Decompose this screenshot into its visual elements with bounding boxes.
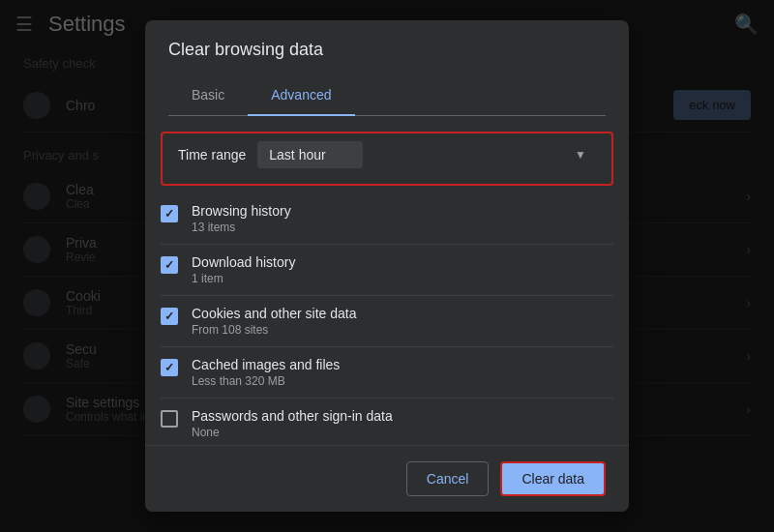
select-arrow-icon: ▼ bbox=[575, 148, 586, 162]
dialog-tabs: Basic Advanced bbox=[168, 75, 606, 116]
download-history-checkbox[interactable]: ✓ bbox=[161, 256, 178, 274]
checkbox-cookies[interactable]: ✓ Cookies and other site data From 108 s… bbox=[161, 296, 613, 347]
time-range-label: Time range bbox=[178, 147, 246, 163]
check-mark-icon-4: ✓ bbox=[164, 362, 174, 373]
checkbox-list: ✓ Browsing history 13 items ✓ Download h… bbox=[145, 193, 629, 445]
checkbox-browsing-history[interactable]: ✓ Browsing history 13 items bbox=[161, 193, 613, 245]
download-history-sub: 1 item bbox=[192, 272, 613, 285]
dialog-footer: Cancel Clear data bbox=[145, 445, 629, 512]
passwords-content: Passwords and other sign-in data None bbox=[192, 408, 613, 439]
cache-checkbox[interactable]: ✓ bbox=[161, 359, 178, 376]
checkbox-cache[interactable]: ✓ Cached images and files Less than 320 … bbox=[161, 347, 613, 399]
passwords-checkbox[interactable] bbox=[161, 410, 178, 428]
cookies-checkbox-title: Cookies and other site data bbox=[192, 306, 613, 321]
cookies-checkbox[interactable]: ✓ bbox=[161, 308, 178, 325]
check-mark-icon-2: ✓ bbox=[164, 259, 174, 271]
dialog-header: Clear browsing data Basic Advanced bbox=[145, 20, 629, 116]
cache-content: Cached images and files Less than 320 MB bbox=[192, 357, 613, 388]
dialog-body: Time range Last hour Last 24 hours Last … bbox=[145, 116, 629, 445]
time-range-select-wrapper: Last hour Last 24 hours Last 7 days Last… bbox=[257, 141, 596, 168]
cookies-checkbox-sub: From 108 sites bbox=[192, 323, 613, 337]
check-mark-icon: ✓ bbox=[164, 208, 174, 220]
clear-browsing-dialog: Clear browsing data Basic Advanced Time … bbox=[145, 20, 629, 512]
time-range-row: Time range Last hour Last 24 hours Last … bbox=[161, 132, 613, 186]
tab-basic[interactable]: Basic bbox=[168, 75, 248, 116]
cache-title: Cached images and files bbox=[192, 357, 613, 372]
tab-advanced[interactable]: Advanced bbox=[248, 75, 354, 116]
passwords-sub: None bbox=[192, 426, 613, 439]
download-history-title: Download history bbox=[192, 254, 613, 270]
dialog-title: Clear browsing data bbox=[168, 40, 606, 60]
clear-data-button[interactable]: Clear data bbox=[500, 461, 606, 496]
browsing-history-title: Browsing history bbox=[192, 203, 613, 219]
download-history-content: Download history 1 item bbox=[192, 254, 613, 285]
checkbox-passwords[interactable]: Passwords and other sign-in data None bbox=[161, 399, 613, 445]
time-range-select[interactable]: Last hour Last 24 hours Last 7 days Last… bbox=[257, 141, 363, 168]
passwords-title: Passwords and other sign-in data bbox=[192, 408, 613, 424]
checkbox-download-history[interactable]: ✓ Download history 1 item bbox=[161, 245, 613, 296]
check-mark-icon-3: ✓ bbox=[164, 310, 174, 322]
browsing-history-checkbox[interactable]: ✓ bbox=[161, 205, 178, 222]
cookies-content: Cookies and other site data From 108 sit… bbox=[192, 306, 613, 337]
browsing-history-content: Browsing history 13 items bbox=[192, 203, 613, 234]
browsing-history-sub: 13 items bbox=[192, 221, 613, 234]
cancel-button[interactable]: Cancel bbox=[406, 461, 490, 496]
cache-sub: Less than 320 MB bbox=[192, 374, 613, 388]
